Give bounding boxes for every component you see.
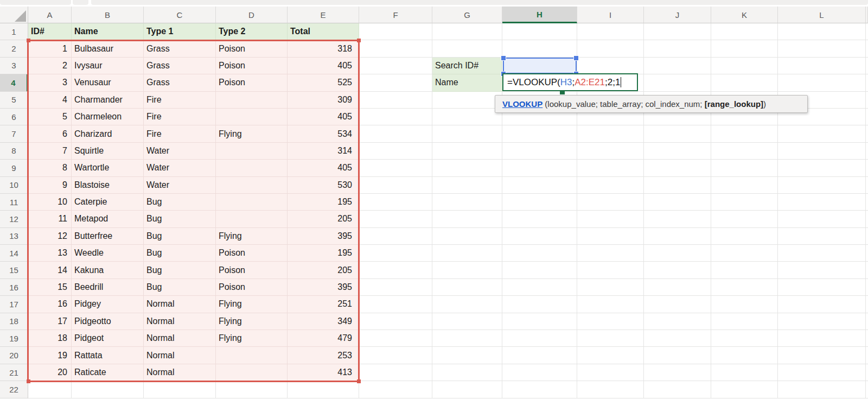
row-header-6[interactable]: 6 bbox=[0, 109, 28, 125]
row-header-8[interactable]: 8 bbox=[0, 143, 28, 160]
cell-M13[interactable] bbox=[866, 228, 868, 245]
cell-D14[interactable]: Poison bbox=[216, 245, 288, 262]
row-header-19[interactable]: 19 bbox=[0, 330, 28, 347]
cell-I10[interactable] bbox=[577, 177, 644, 194]
cell-B6[interactable]: Charmeleon bbox=[72, 109, 144, 125]
cell-L4[interactable] bbox=[778, 74, 866, 91]
cell-A19[interactable]: 18 bbox=[28, 330, 72, 347]
cell-F9[interactable] bbox=[359, 160, 432, 176]
cell-M10[interactable] bbox=[866, 177, 868, 194]
row-header-20[interactable]: 20 bbox=[0, 347, 28, 364]
cell-I16[interactable] bbox=[577, 279, 644, 296]
cell-F16[interactable] bbox=[359, 279, 432, 296]
row-header-16[interactable]: 16 bbox=[0, 279, 28, 296]
cell-J2[interactable] bbox=[644, 40, 711, 57]
cell-G4[interactable]: Name bbox=[432, 74, 502, 91]
cell-H7[interactable] bbox=[502, 125, 577, 142]
row-header-15[interactable]: 15 bbox=[0, 262, 28, 278]
cell-A22[interactable] bbox=[28, 381, 72, 398]
cell-M19[interactable] bbox=[866, 330, 868, 347]
row-header-9[interactable]: 9 bbox=[0, 160, 28, 176]
cell-C15[interactable]: Bug bbox=[144, 262, 216, 278]
cell-B12[interactable]: Metapod bbox=[72, 211, 144, 227]
cell-D5[interactable] bbox=[216, 92, 288, 109]
cell-L10[interactable] bbox=[778, 177, 866, 194]
cell-E14[interactable]: 195 bbox=[288, 245, 359, 262]
row-header-21[interactable]: 21 bbox=[0, 364, 28, 381]
column-header-A[interactable]: A bbox=[28, 7, 72, 23]
cell-M18[interactable] bbox=[866, 313, 868, 330]
cell-A8[interactable]: 7 bbox=[28, 143, 72, 160]
cell-D19[interactable]: Flying bbox=[216, 330, 288, 347]
cell-G15[interactable] bbox=[432, 262, 502, 278]
cell-G10[interactable] bbox=[432, 177, 502, 194]
cell-H17[interactable] bbox=[502, 296, 577, 313]
cell-K7[interactable] bbox=[711, 125, 778, 142]
cell-L15[interactable] bbox=[778, 262, 866, 278]
cell-H22[interactable] bbox=[502, 381, 577, 398]
cell-A15[interactable]: 14 bbox=[28, 262, 72, 278]
cell-L22[interactable] bbox=[778, 381, 866, 398]
cell-K21[interactable] bbox=[711, 364, 778, 381]
cell-K14[interactable] bbox=[711, 245, 778, 262]
cell-D22[interactable] bbox=[216, 381, 288, 398]
column-header-G[interactable]: G bbox=[432, 7, 502, 23]
cell-L3[interactable] bbox=[778, 58, 866, 74]
cell-J21[interactable] bbox=[644, 364, 711, 381]
cell-C9[interactable]: Water bbox=[144, 160, 216, 176]
cell-C16[interactable]: Bug bbox=[144, 279, 216, 296]
cell-H21[interactable] bbox=[502, 364, 577, 381]
cell-C19[interactable]: Normal bbox=[144, 330, 216, 347]
cell-I22[interactable] bbox=[577, 381, 644, 398]
cell-L13[interactable] bbox=[778, 228, 866, 245]
column-header-F[interactable]: F bbox=[359, 7, 432, 23]
cell-I18[interactable] bbox=[577, 313, 644, 330]
cell-C18[interactable]: Normal bbox=[144, 313, 216, 330]
cell-E21[interactable]: 413 bbox=[288, 364, 359, 381]
cell-E20[interactable]: 253 bbox=[288, 347, 359, 364]
cell-J22[interactable] bbox=[644, 381, 711, 398]
cell-D3[interactable]: Poison bbox=[216, 58, 288, 74]
cell-C21[interactable]: Normal bbox=[144, 364, 216, 381]
cell-G2[interactable] bbox=[432, 40, 502, 57]
cell-G9[interactable] bbox=[432, 160, 502, 176]
cell-D1[interactable]: Type 2 bbox=[216, 23, 288, 40]
cell-B15[interactable]: Kakuna bbox=[72, 262, 144, 278]
cell-F4[interactable] bbox=[359, 74, 432, 91]
cell-L18[interactable] bbox=[778, 313, 866, 330]
cell-F6[interactable] bbox=[359, 109, 432, 125]
cell-C13[interactable]: Bug bbox=[144, 228, 216, 245]
cell-B14[interactable]: Weedle bbox=[72, 245, 144, 262]
cell-M12[interactable] bbox=[866, 211, 868, 227]
cell-M7[interactable] bbox=[866, 125, 868, 142]
select-all-corner[interactable] bbox=[0, 7, 28, 23]
cell-F1[interactable] bbox=[359, 23, 432, 40]
cell-K19[interactable] bbox=[711, 330, 778, 347]
cell-K11[interactable] bbox=[711, 194, 778, 211]
column-header-K[interactable]: K bbox=[711, 7, 778, 23]
cell-E7[interactable]: 534 bbox=[288, 125, 359, 142]
cell-M16[interactable] bbox=[866, 279, 868, 296]
cell-J12[interactable] bbox=[644, 211, 711, 227]
cell-J14[interactable] bbox=[644, 245, 711, 262]
row-header-11[interactable]: 11 bbox=[0, 194, 28, 211]
row-header-14[interactable]: 14 bbox=[0, 245, 28, 262]
cell-M9[interactable] bbox=[866, 160, 868, 176]
cell-G21[interactable] bbox=[432, 364, 502, 381]
cell-F18[interactable] bbox=[359, 313, 432, 330]
cell-L9[interactable] bbox=[778, 160, 866, 176]
cell-C7[interactable]: Fire bbox=[144, 125, 216, 142]
row-header-4[interactable]: 4 bbox=[0, 74, 28, 91]
cell-M4[interactable] bbox=[866, 74, 868, 91]
row-header-22[interactable]: 22 bbox=[0, 381, 28, 398]
cell-H16[interactable] bbox=[502, 279, 577, 296]
cell-J15[interactable] bbox=[644, 262, 711, 278]
cell-M17[interactable] bbox=[866, 296, 868, 313]
cell-A1[interactable]: ID# bbox=[28, 23, 72, 40]
cell-D2[interactable]: Poison bbox=[216, 40, 288, 57]
cell-A5[interactable]: 4 bbox=[28, 92, 72, 109]
cell-H19[interactable] bbox=[502, 330, 577, 347]
cell-D15[interactable]: Poison bbox=[216, 262, 288, 278]
cell-B8[interactable]: Squirtle bbox=[72, 143, 144, 160]
column-header-L[interactable]: L bbox=[778, 7, 866, 23]
